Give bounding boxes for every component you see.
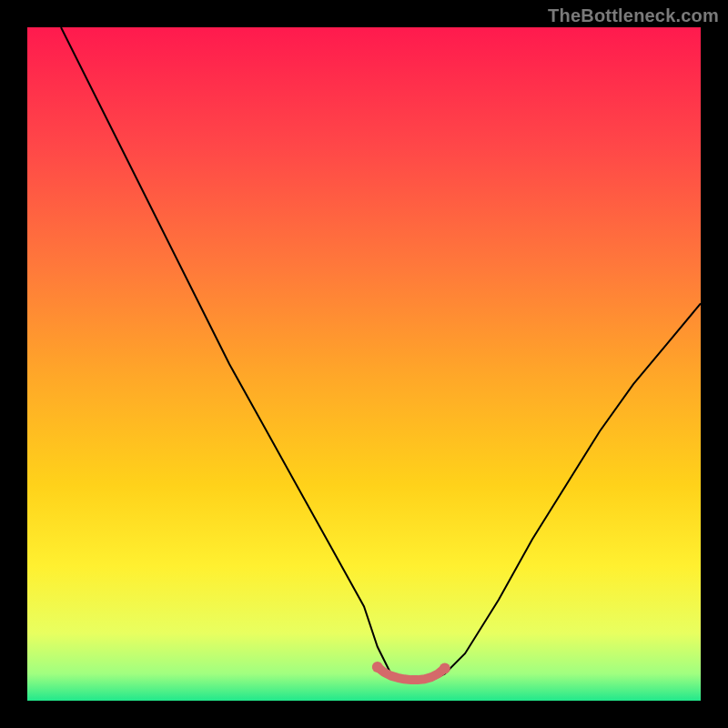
svg-point-2 bbox=[440, 663, 450, 674]
plot-area bbox=[27, 27, 701, 701]
chart-frame: TheBottleneck.com bbox=[0, 0, 728, 728]
bottleneck-curve bbox=[61, 27, 701, 681]
curve-layer bbox=[27, 27, 701, 701]
svg-point-1 bbox=[372, 662, 383, 672]
watermark-label: TheBottleneck.com bbox=[548, 5, 719, 26]
